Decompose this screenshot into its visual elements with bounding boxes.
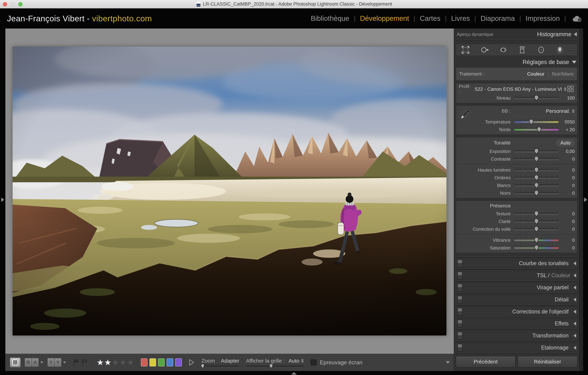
before-after-tb-button[interactable]: Y Y xyxy=(47,358,66,367)
panel-split-toning[interactable]: Virage partiel xyxy=(456,284,578,291)
zoom-slider[interactable] xyxy=(201,365,239,367)
blacks-slider[interactable] xyxy=(514,192,559,194)
tint-value[interactable]: + 20 xyxy=(559,127,575,132)
fit-label[interactable]: Adapter xyxy=(221,358,239,364)
graduated-filter-tool-icon[interactable] xyxy=(517,45,527,55)
adjustment-brush-tool-icon[interactable] xyxy=(555,45,565,55)
previous-button[interactable]: Précédent xyxy=(456,356,515,367)
color-label-blue[interactable] xyxy=(167,358,173,366)
panel-lens-corrections[interactable]: Corrections de l'objectif xyxy=(456,308,578,315)
profile-browser-icon[interactable] xyxy=(567,85,574,93)
panel-toggle-switch[interactable] xyxy=(457,308,462,315)
reset-button[interactable]: Réinitialiser xyxy=(518,356,578,367)
slider-thumb[interactable] xyxy=(534,95,539,101)
profile-amount-slider[interactable] xyxy=(514,97,559,99)
radial-filter-tool-icon[interactable] xyxy=(536,45,546,55)
minimize-window-button[interactable] xyxy=(10,2,15,7)
texture-value[interactable]: 0 xyxy=(559,211,575,217)
panel-detail[interactable]: Détail xyxy=(456,296,578,304)
highlights-value[interactable]: 0 xyxy=(559,167,575,173)
clarity-slider[interactable] xyxy=(514,221,559,223)
panel-toggle-switch[interactable] xyxy=(457,332,462,339)
auto-tone-button[interactable]: Auto xyxy=(556,139,575,147)
shadows-value[interactable]: 0 xyxy=(559,175,575,181)
sync-cloud-icon[interactable] xyxy=(572,15,582,22)
collapsed-histogram-strip[interactable] xyxy=(456,40,577,42)
highlights-slider[interactable] xyxy=(514,169,559,171)
contrast-value[interactable]: 0 xyxy=(559,156,575,162)
histogram-panel-header[interactable]: Histogramme xyxy=(537,31,577,38)
slider-thumb[interactable] xyxy=(534,218,539,224)
panel-toggle-switch[interactable] xyxy=(457,260,462,267)
soft-proof-checkbox[interactable] xyxy=(311,359,316,365)
slider-thumb[interactable] xyxy=(529,119,534,125)
wb-preset-value[interactable]: Personnal. xyxy=(546,108,570,114)
grid-slider-thumb[interactable] xyxy=(269,364,273,368)
clarity-value[interactable]: 0 xyxy=(559,219,575,224)
profile-value[interactable]: 522 - Canon EOS 6D Any - Lumineux Vibra… xyxy=(475,86,562,92)
module-slideshow[interactable]: Diaporama xyxy=(481,15,515,22)
panel-toggle-switch[interactable] xyxy=(457,344,462,352)
close-window-button[interactable] xyxy=(3,2,7,7)
slider-thumb[interactable] xyxy=(537,127,541,132)
dehaze-slider[interactable] xyxy=(514,228,559,230)
dehaze-value[interactable]: 0 xyxy=(559,226,575,232)
color-label-yellow[interactable] xyxy=(149,358,156,366)
panel-transform[interactable]: Transformation xyxy=(456,332,578,339)
slider-thumb[interactable] xyxy=(534,211,539,217)
chevron-down-icon[interactable] xyxy=(40,362,43,364)
color-label-purple[interactable] xyxy=(175,358,182,366)
module-map[interactable]: Cartes xyxy=(420,15,441,22)
panel-toggle-switch[interactable] xyxy=(457,284,462,291)
saturation-slider[interactable] xyxy=(514,247,559,249)
vibrance-slider[interactable] xyxy=(514,239,559,241)
basic-panel-header[interactable]: Réglages de base xyxy=(454,57,579,67)
panel-toggle-switch[interactable] xyxy=(457,320,462,327)
identity-plate[interactable]: Jean-François Vibert - vibertphoto.com xyxy=(7,14,152,23)
profile-amount-value[interactable]: 100 xyxy=(559,95,575,101)
pick-flag-button[interactable] xyxy=(73,359,79,366)
panel-toggle-switch[interactable] xyxy=(457,296,462,304)
zoom-slider-thumb[interactable] xyxy=(201,364,205,368)
temperature-slider[interactable] xyxy=(514,121,559,123)
exposure-value[interactable]: 0,00 xyxy=(559,149,575,154)
shadows-slider[interactable] xyxy=(514,177,559,179)
star-3[interactable]: ★ xyxy=(112,358,119,366)
star-4[interactable]: ★ xyxy=(119,358,126,366)
texture-slider[interactable] xyxy=(514,213,559,215)
chevron-down-icon[interactable] xyxy=(63,362,66,364)
slider-thumb[interactable] xyxy=(534,156,539,162)
star-1[interactable]: ★ xyxy=(97,358,104,366)
soft-proof-label[interactable]: Epreuvage écran xyxy=(320,359,362,366)
filmstrip-reveal-strip[interactable] xyxy=(0,371,588,375)
panel-calibration[interactable]: Etalonnage xyxy=(456,344,578,352)
star-5[interactable]: ★ xyxy=(127,358,134,366)
red-eye-tool-icon[interactable] xyxy=(498,45,508,55)
slider-thumb[interactable] xyxy=(534,167,539,173)
before-after-lr-button[interactable]: R A xyxy=(24,358,43,367)
zoom-label[interactable]: Zoom xyxy=(201,358,215,364)
white-balance-eyedropper-icon[interactable] xyxy=(459,108,472,122)
stepper-icon[interactable] xyxy=(301,359,304,363)
slider-thumb[interactable] xyxy=(534,245,539,251)
slider-thumb[interactable] xyxy=(534,226,539,232)
color-label-green[interactable] xyxy=(158,358,165,366)
module-print[interactable]: Impression xyxy=(525,15,560,22)
slideshow-play-button[interactable] xyxy=(189,359,195,366)
treatment-bw-option[interactable]: Noir/blanc xyxy=(552,71,574,77)
slider-thumb[interactable] xyxy=(534,237,539,243)
right-panel-edge[interactable] xyxy=(583,29,588,371)
module-develop[interactable]: Développement xyxy=(360,15,409,22)
panel-scrollbar[interactable] xyxy=(579,29,583,371)
left-panel-edge[interactable] xyxy=(0,29,5,371)
panel-hsl-color[interactable]: TSL /Couleur xyxy=(456,272,578,279)
treatment-color-option[interactable]: Couleur xyxy=(527,71,545,77)
temperature-value[interactable]: 5550 xyxy=(559,119,575,125)
photo[interactable] xyxy=(13,47,446,335)
spot-removal-tool-icon[interactable] xyxy=(480,45,489,55)
blacks-value[interactable]: 0 xyxy=(559,191,575,196)
module-library[interactable]: Bibliothèque xyxy=(311,15,349,22)
panel-effects[interactable]: Effets xyxy=(456,320,578,327)
star-2[interactable]: ★ xyxy=(104,358,111,366)
grid-size-slider[interactable] xyxy=(246,365,304,367)
